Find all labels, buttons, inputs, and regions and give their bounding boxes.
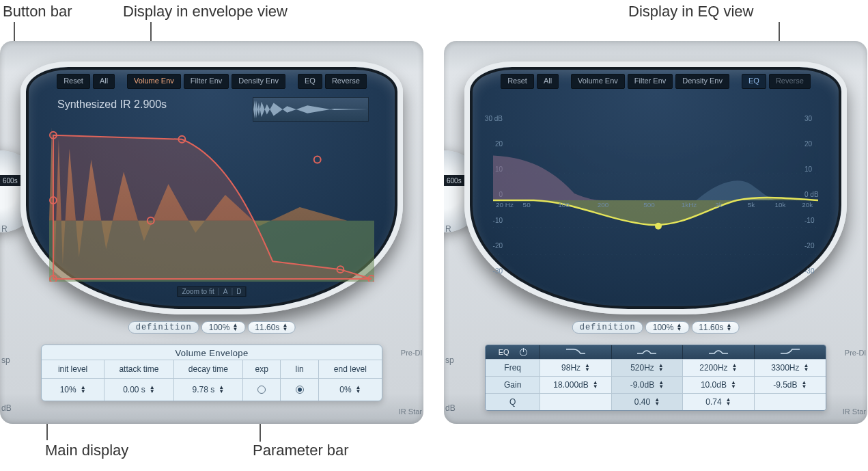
reset-button[interactable]: Reset xyxy=(57,74,90,89)
eq-parameter-table: EQ Freq 98Hz▲▼ 520Hz▲▼ 2200Hz▲▼ 3300Hz▲▼ xyxy=(485,345,826,411)
spinner-icon: ▲▼ xyxy=(219,386,224,394)
hdr-exp: exp xyxy=(243,360,281,378)
spinner-icon: ▲▼ xyxy=(81,386,86,394)
tab-filter-env[interactable]: Filter Env xyxy=(184,74,229,89)
all-button[interactable]: All xyxy=(537,74,559,89)
spinner-icon: ▲▼ xyxy=(658,364,664,372)
svg-text:100: 100 xyxy=(558,201,570,208)
reverse-button[interactable]: Reverse xyxy=(769,74,811,89)
val-decay[interactable]: 9.78 s ▲▼ xyxy=(174,378,243,401)
hdr-attack: attack time xyxy=(104,360,173,378)
definition-label: definition xyxy=(128,321,199,334)
length-value: 600s xyxy=(3,177,18,185)
callout-param-bar: Parameter bar xyxy=(253,442,349,459)
definition-percent[interactable]: 100% ▲▼ xyxy=(201,321,246,334)
svg-text:10k: 10k xyxy=(775,201,786,208)
radio-lin[interactable] xyxy=(296,386,304,394)
side-ir: IR Star xyxy=(843,407,866,416)
side-ir: IR Star xyxy=(399,407,422,416)
svg-point-7 xyxy=(314,157,321,163)
parameter-bar: Volume Envelope init level attack time d… xyxy=(41,345,382,401)
svg-text:20k: 20k xyxy=(802,201,813,208)
all-button[interactable]: All xyxy=(93,74,115,89)
main-display-eq: Reset All Volume Env Filter Env Density … xyxy=(464,62,847,314)
power-icon[interactable] xyxy=(520,349,527,356)
eq-row-q: Q 0.40▲▼ 0.74▲▼ xyxy=(486,393,826,410)
freq-band1[interactable]: 98Hz▲▼ xyxy=(540,359,611,376)
panel-envelope: 600s ▲▼ R sp dB Reset All Volume Env Fil… xyxy=(0,41,423,424)
reverse-button[interactable]: Reverse xyxy=(325,74,367,89)
tab-volume-env[interactable]: Volume Env xyxy=(571,74,625,89)
param-title: Volume Envelope xyxy=(42,348,382,360)
svg-text:500: 500 xyxy=(643,201,655,208)
eq-plot[interactable]: 20 Hz 50 100 200 500 1kHz 2k 5k 10k 20k xyxy=(493,119,818,282)
hdr-lin: lin xyxy=(281,360,318,378)
val-init[interactable]: 10% ▲▼ xyxy=(42,378,104,401)
hdr-decay: decay time xyxy=(174,360,243,378)
val-exp[interactable] xyxy=(243,378,281,401)
reset-button[interactable]: Reset xyxy=(501,74,534,89)
param-values: 10% ▲▼ 0.00 s ▲▼ 9.78 s ▲▼ 0% ▲▼ xyxy=(42,378,382,401)
zoom-to-fit[interactable]: Zoom to fit xyxy=(182,288,214,295)
val-lin[interactable] xyxy=(281,378,318,401)
definition-time[interactable]: 11.60s ▲▼ xyxy=(247,321,295,334)
tab-eq[interactable]: EQ xyxy=(298,74,322,89)
tab-filter-env[interactable]: Filter Env xyxy=(628,74,673,89)
zoom-a[interactable]: A xyxy=(219,288,228,295)
svg-text:2k: 2k xyxy=(715,201,723,208)
spinner-icon: ▲▼ xyxy=(593,381,598,389)
tab-density-env[interactable]: Density Env xyxy=(232,74,285,89)
envelope-plot[interactable] xyxy=(49,119,374,282)
band-shape-lowshelf-icon[interactable] xyxy=(540,345,611,359)
side-label-r: R xyxy=(445,224,451,234)
svg-marker-0 xyxy=(253,100,368,118)
gain-band3[interactable]: 10.0dB▲▼ xyxy=(683,376,754,393)
side-pre: Pre-Dl xyxy=(845,349,866,357)
zoom-control[interactable]: Zoom to fit A D xyxy=(177,286,246,297)
side-pre: Pre-Dl xyxy=(401,349,422,357)
definition-time[interactable]: 11.60s ▲▼ xyxy=(691,321,739,334)
spinner-icon: ▲▼ xyxy=(726,398,731,406)
gain-band2[interactable]: -9.0dB▲▼ xyxy=(612,376,683,393)
freq-band2[interactable]: 520Hz▲▼ xyxy=(612,359,683,376)
tab-eq[interactable]: EQ xyxy=(742,74,766,89)
spinner-icon: ▲▼ xyxy=(654,398,660,406)
svg-text:20 Hz: 20 Hz xyxy=(496,201,514,208)
band-shape-hishelf-icon[interactable] xyxy=(755,345,826,359)
spinner-icon: ▲▼ xyxy=(282,323,288,332)
eq-header: EQ xyxy=(486,345,826,359)
waveform-icon xyxy=(253,98,368,121)
rowlbl-freq: Freq xyxy=(486,359,540,376)
eq-row-gain: Gain 18.000dB▲▼ -9.0dB▲▼ 10.0dB▲▼ -9.5dB… xyxy=(486,376,826,393)
side-label-r: R xyxy=(1,224,8,234)
band-shape-bell-icon[interactable] xyxy=(683,345,754,359)
freq-band4[interactable]: 3300Hz▲▼ xyxy=(755,359,826,376)
q-band1[interactable] xyxy=(540,393,611,410)
val-attack[interactable]: 0.00 s ▲▼ xyxy=(104,378,173,401)
spinner-icon: ▲▼ xyxy=(658,381,664,389)
spinner-icon: ▲▼ xyxy=(732,364,738,372)
freq-band3[interactable]: 2200Hz▲▼ xyxy=(683,359,754,376)
spinner-icon: ▲▼ xyxy=(676,323,682,332)
side-label-db: dB xyxy=(1,403,12,413)
q-band2[interactable]: 0.40▲▼ xyxy=(612,393,683,410)
callout-eq-view: Display in EQ view xyxy=(628,3,753,21)
definition-label: definition xyxy=(572,321,643,334)
definition-row: definition 100% ▲▼ 11.60s ▲▼ xyxy=(128,321,296,334)
val-end[interactable]: 0% ▲▼ xyxy=(319,378,382,401)
gain-band1[interactable]: 18.000dB▲▼ xyxy=(540,376,611,393)
tab-density-env[interactable]: Density Env xyxy=(675,74,729,89)
radio-exp[interactable] xyxy=(257,386,266,394)
hdr-end: end level xyxy=(319,360,382,378)
ir-thumbnail[interactable] xyxy=(253,97,369,122)
svg-point-14 xyxy=(655,223,662,230)
band-shape-bell-icon[interactable] xyxy=(612,345,683,359)
q-band4[interactable] xyxy=(755,393,826,410)
definition-percent[interactable]: 100% ▲▼ xyxy=(645,321,690,334)
spinner-icon: ▲▼ xyxy=(585,364,590,372)
zoom-d[interactable]: D xyxy=(232,288,241,295)
gain-band4[interactable]: -9.5dB▲▼ xyxy=(755,376,826,393)
q-band3[interactable]: 0.74▲▼ xyxy=(683,393,754,410)
tab-volume-env[interactable]: Volume Env xyxy=(127,74,181,89)
rowlbl-q: Q xyxy=(486,393,540,410)
